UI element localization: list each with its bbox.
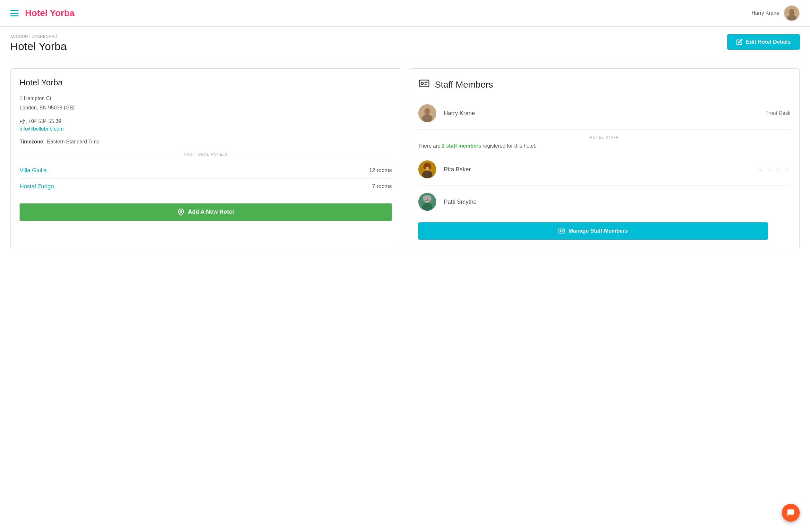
manage-staff-label: Manage Staff Members xyxy=(568,228,628,234)
svg-point-22 xyxy=(428,164,431,170)
timezone-value: Eastern Standard Time xyxy=(47,139,100,145)
list-item: Villa Giulia 12 rooms xyxy=(19,163,392,179)
staff-item-divider xyxy=(418,186,791,186)
staff-count-after: registered for this hotel. xyxy=(481,143,536,148)
svg-point-31 xyxy=(423,196,426,201)
svg-rect-15 xyxy=(425,112,429,115)
hostal-zurigo-link[interactable]: Hostal Zurigo xyxy=(19,183,54,190)
svg-point-7 xyxy=(421,82,423,85)
villa-giulia-link[interactable]: Villa Giulia xyxy=(19,167,47,174)
admin-role: Front Desk xyxy=(765,110,791,116)
hamburger-menu[interactable] xyxy=(10,10,19,16)
svg-rect-26 xyxy=(425,200,429,203)
patti-avatar xyxy=(418,193,436,211)
list-item: Hostal Zurigo 7 rooms xyxy=(19,179,392,194)
page-title: Hotel Yorba xyxy=(10,40,67,53)
staff-member-rita: Rita Baker ☆ ☆ ☆ ☆ xyxy=(418,155,791,183)
header-right: Harry Krane xyxy=(751,5,800,21)
manage-staff-icon xyxy=(558,227,565,235)
hostal-zurigo-rooms: 7 rooms xyxy=(372,183,392,190)
hotel-staff-label: HOTEL STAFF xyxy=(418,132,791,143)
edit-hotel-details-button[interactable]: Edit Hotel Details xyxy=(727,34,800,50)
avatar[interactable] xyxy=(784,5,800,21)
timezone-label: Timezone xyxy=(19,139,43,145)
svg-point-14 xyxy=(422,115,433,122)
rita-avatar xyxy=(418,160,436,178)
svg-rect-19 xyxy=(425,167,429,170)
main-content: Hotel Yorba 1 Hampton Ct London, EN 9503… xyxy=(0,59,810,258)
admin-avatar xyxy=(418,104,436,122)
villa-giulia-rooms: 12 rooms xyxy=(369,167,392,174)
svg-point-25 xyxy=(422,203,433,211)
staff-count-text: There are 2 staff members registered for… xyxy=(418,143,791,149)
phone-number: +04 534 55 39 xyxy=(28,118,61,124)
admin-staff-member: Harry Krane Front Desk xyxy=(418,99,791,127)
header-left: Hotel Yorba xyxy=(10,8,75,18)
page-header: ACCOUNT DASHBOARD Hotel Yorba Edit Hotel… xyxy=(0,27,810,59)
hotel-card-title: Hotel Yorba xyxy=(19,78,392,87)
page-header-left: ACCOUNT DASHBOARD Hotel Yorba xyxy=(10,34,67,53)
manage-staff-button[interactable]: Manage Staff Members xyxy=(418,222,768,240)
svg-point-21 xyxy=(423,164,426,170)
staff-count-highlight: 2 staff members xyxy=(442,143,481,148)
svg-point-5 xyxy=(180,210,182,212)
svg-point-32 xyxy=(429,196,432,201)
admin-name: Harry Krane xyxy=(444,110,758,117)
svg-point-34 xyxy=(560,230,562,232)
additional-hotels-list: Villa Giulia 12 rooms Hostal Zurigo 7 ro… xyxy=(19,163,392,194)
edit-button-label: Edit Hotel Details xyxy=(746,39,791,45)
staff-bottom-row: Manage Staff Members xyxy=(418,216,791,240)
breadcrumb: ACCOUNT DASHBOARD xyxy=(10,34,67,39)
staff-card-title: Staff Members xyxy=(435,80,493,90)
svg-point-18 xyxy=(422,171,433,178)
brand-logo: Hotel Yorba xyxy=(25,8,75,18)
hotel-phone: Ph. +04 534 55 39 xyxy=(19,118,392,124)
location-icon xyxy=(177,209,184,215)
phone-label: Ph. xyxy=(19,118,27,124)
hotel-info-card: Hotel Yorba 1 Hampton Ct London, EN 9503… xyxy=(10,68,401,249)
rita-stars: ☆ ☆ ☆ ☆ xyxy=(757,165,791,173)
hotel-address: 1 Hampton Ct London, EN 95038 (GB) xyxy=(19,94,392,113)
address-line2: London, EN 95038 (GB) xyxy=(19,105,75,110)
additional-hotels-divider: ADDITIONAL HOTELS xyxy=(19,152,392,156)
staff-section-divider xyxy=(418,129,791,130)
staff-card: Staff Members Harry Krane Front Desk HOT… xyxy=(409,68,800,249)
add-new-hotel-button[interactable]: Add A New Hotel xyxy=(19,204,392,221)
rita-name: Rita Baker xyxy=(444,166,750,173)
address-line1: 1 Hampton Ct xyxy=(19,96,51,101)
staff-members-icon xyxy=(418,78,430,92)
staff-card-header: Staff Members xyxy=(418,78,791,92)
header: Hotel Yorba Harry Krane xyxy=(0,0,810,27)
hotel-email[interactable]: info@bellebnb.com xyxy=(19,126,392,132)
additional-hotels-label: ADDITIONAL HOTELS xyxy=(183,152,228,156)
timezone-row: Timezone Eastern Standard Time xyxy=(19,139,392,145)
patti-name: Patti Smythe xyxy=(444,199,791,205)
staff-member-patti: Patti Smythe xyxy=(418,188,791,216)
edit-icon xyxy=(736,39,743,45)
brand-text: Hotel Yorba xyxy=(25,8,75,18)
svg-rect-4 xyxy=(790,12,793,15)
add-hotel-label: Add A New Hotel xyxy=(188,209,234,215)
staff-count-before: There are xyxy=(418,143,442,148)
user-name: Harry Krane xyxy=(751,10,779,16)
